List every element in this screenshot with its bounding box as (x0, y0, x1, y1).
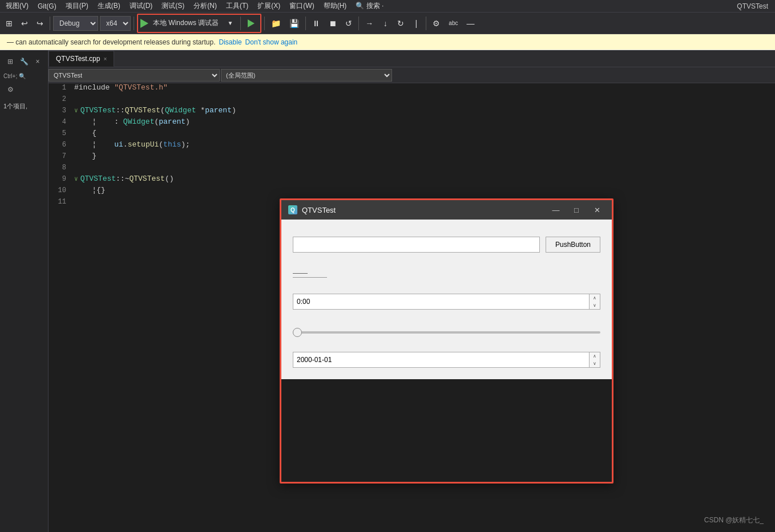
separator-run (240, 17, 241, 30)
qt-spinbox-value: 0:00 (293, 298, 589, 306)
code-line-10: 10 ¦{} (49, 186, 775, 197)
toolbar-btn-step-in[interactable]: ↓ (378, 15, 392, 31)
qt-dateedit-up[interactable]: ∧ (590, 352, 600, 360)
left-panel-pin[interactable]: ⊞ (3, 54, 17, 70)
qt-spinbox-up[interactable]: ∧ (590, 294, 600, 302)
separator-2 (134, 17, 134, 30)
notification-bar: — can automatically search for developme… (0, 34, 775, 50)
code-line-6: 6 ¦ ui.setupUi(this); (49, 140, 775, 152)
qt-window-controls: — □ ✕ (548, 202, 605, 218)
qt-slider-container (293, 323, 600, 338)
menu-help[interactable]: 帮助(H) (320, 0, 350, 12)
qt-pushbutton[interactable]: PushButton (546, 237, 600, 253)
menu-project[interactable]: 项目(P) (62, 0, 92, 12)
menu-window[interactable]: 窗口(W) (286, 0, 317, 12)
toolbar-btn-step-over[interactable]: → (362, 15, 377, 31)
platform-select[interactable]: x64 x86 (100, 16, 131, 31)
watermark: CSDN @妖精七七_ (704, 515, 764, 525)
qt-dateedit-buttons: ∧ ∨ (589, 352, 600, 367)
scope-selector[interactable]: (全局范围) (221, 69, 392, 82)
qt-close-btn[interactable]: ✕ (589, 202, 605, 218)
left-panel-header: ⊞ 🔧 × (1, 52, 47, 71)
tab-qtvstest-cpp[interactable]: QTVSTest.cpp × (49, 51, 114, 67)
qt-preview-window: Q QTVSTest — □ ✕ PushButton —— 0:00 ∧ ∨ (280, 198, 613, 484)
code-line-4: 4 ¦ : QWidget(parent) (49, 117, 775, 129)
toolbar-btn-folder[interactable]: 📁 (268, 15, 284, 31)
shortcut-label: Ctrl+; 🔍 (3, 73, 26, 79)
separator-4 (305, 17, 306, 30)
qt-dateedit-row: 2000-01-01 ∧ ∨ (293, 352, 600, 368)
run-box: 本地 Windows 调试器 ▼ (137, 14, 261, 33)
qt-slider[interactable] (293, 331, 600, 334)
toolbar-btn-pause[interactable]: ⏸ (309, 15, 324, 31)
menu-debug[interactable]: 调试(D) (126, 0, 156, 12)
left-panel-wrench[interactable]: 🔧 (17, 54, 31, 70)
code-line-5: 5 { (49, 129, 775, 140)
left-panel-close[interactable]: × (31, 54, 45, 70)
qt-label: —— (293, 269, 327, 278)
code-line-8: 8 (49, 163, 775, 174)
qt-spinbox: 0:00 ∧ ∨ (293, 294, 600, 310)
code-line-9: 9 ∨QTVSTest::~QTVSTest() (49, 174, 775, 186)
menu-analyze[interactable]: 分析(N) (190, 0, 220, 12)
menu-git[interactable]: Git(G) (34, 1, 60, 11)
code-line-2: 2 (49, 95, 775, 106)
undo-button[interactable]: ↩ (18, 15, 31, 31)
notification-dont-show-link[interactable]: Don't show again (245, 38, 298, 46)
qt-minimize-btn[interactable]: — (548, 202, 564, 218)
class-selector[interactable]: QTVSTest (49, 69, 220, 82)
toolbar-btn-refresh[interactable]: ↻ (394, 15, 407, 31)
menu-extend[interactable]: 扩展(X) (254, 0, 284, 12)
breadcrumb-bar: QTVSTest (全局范围) (49, 67, 775, 83)
qt-spinbox-down[interactable]: ∨ (590, 302, 600, 309)
toolbar-icon-1[interactable]: ⊞ (2, 15, 16, 31)
debug-play-btn[interactable] (244, 15, 258, 31)
tab-bar: QTVSTest.cpp × (49, 50, 775, 67)
qt-spinbox-buttons: ∧ ∨ (589, 294, 600, 309)
separator-5 (358, 17, 359, 30)
separator-6 (426, 17, 426, 30)
toolbar-btn-misc[interactable]: | (409, 15, 423, 31)
toolbar-btn-save[interactable]: 💾 (286, 15, 302, 31)
qt-titlebar: Q QTVSTest — □ ✕ (281, 200, 612, 220)
tab-label: QTVSTest.cpp (56, 55, 100, 63)
qt-maximize-btn[interactable]: □ (568, 202, 584, 218)
toolbar-btn-restart[interactable]: ↺ (342, 15, 356, 31)
menu-tools[interactable]: 工具(T) (223, 0, 252, 12)
toolbar-btn-line[interactable]: — (463, 15, 478, 31)
qt-window-body: PushButton —— 0:00 ∧ ∨ 2000-01-01 (281, 220, 612, 379)
code-line-1: 1 #include "QTVSTest.h" (49, 83, 775, 95)
menu-test[interactable]: 测试(S) (158, 0, 188, 12)
left-panel: ⊞ 🔧 × Ctrl+; 🔍 ⚙ 1个项目, (0, 50, 49, 532)
menu-build[interactable]: 生成(B) (94, 0, 124, 12)
window-title: QTVSTest (737, 2, 773, 10)
qt-dateedit: 2000-01-01 ∧ ∨ (293, 352, 600, 368)
debug-config-select[interactable]: Debug Release (53, 16, 98, 31)
menu-view[interactable]: 视图(V) (2, 0, 32, 12)
run-dropdown-btn[interactable]: ▼ (223, 15, 237, 31)
code-line-3: 3 ∨QTVSTest::QTVSTest(QWidget *parent) (49, 106, 775, 117)
play-icon (140, 19, 148, 28)
qt-app-icon: Q (288, 205, 297, 214)
left-panel-settings[interactable]: ⚙ (3, 82, 17, 98)
qt-lineedit[interactable] (293, 237, 540, 253)
run-label: 本地 Windows 调试器 (153, 18, 219, 28)
separator-1 (50, 17, 50, 30)
menu-bar: 视图(V) Git(G) 项目(P) 生成(B) 调试(D) 测试(S) 分析(… (0, 0, 775, 13)
qt-dateedit-down[interactable]: ∨ (590, 360, 600, 367)
toolbar-btn-stop[interactable]: ⏹ (325, 15, 340, 31)
qt-input-row: PushButton (293, 237, 600, 253)
code-line-7: 7 } (49, 152, 775, 163)
redo-button[interactable]: ↪ (33, 15, 47, 31)
qt-dateedit-value: 2000-01-01 (293, 356, 589, 364)
notification-disable-link[interactable]: Disable (219, 38, 242, 46)
separator-3 (264, 17, 265, 30)
toolbar: ⊞ ↩ ↪ Debug Release x64 x86 本地 Windows 调… (0, 13, 775, 34)
toolbar-btn-abc[interactable]: abc (445, 15, 461, 31)
menu-search[interactable]: 🔍 搜索 · (352, 0, 387, 12)
notification-message: — can automatically search for developme… (7, 38, 216, 46)
tab-close-btn[interactable]: × (103, 56, 107, 62)
qt-spinbox-row: 0:00 ∧ ∨ (293, 294, 600, 310)
toolbar-btn-diag[interactable]: ⚙ (429, 15, 443, 31)
left-panel-content: 1个项目, (1, 100, 47, 113)
